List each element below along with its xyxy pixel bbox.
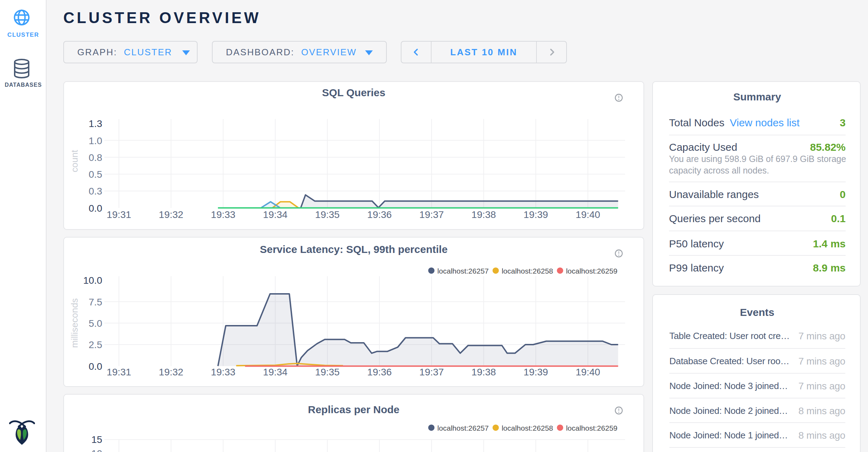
svg-text:0.0: 0.0: [88, 361, 102, 372]
svg-text:localhost:26259: localhost:26259: [566, 424, 617, 432]
svg-text:15: 15: [91, 434, 102, 445]
svg-text:10.0: 10.0: [83, 275, 102, 286]
svg-text:count: count: [69, 150, 80, 172]
svg-text:0.5: 0.5: [88, 169, 102, 180]
svg-text:Replicas per Node: Replicas per Node: [308, 404, 400, 415]
svg-text:19:40: 19:40: [576, 367, 600, 377]
svg-text:19:34: 19:34: [263, 367, 287, 377]
svg-text:SQL Queries: SQL Queries: [322, 87, 385, 98]
svg-text:19:38: 19:38: [471, 209, 496, 220]
svg-text:localhost:26257: localhost:26257: [437, 267, 489, 275]
svg-text:milliseconds: milliseconds: [69, 298, 80, 348]
svg-text:localhost:26259: localhost:26259: [566, 267, 617, 275]
svg-text:Service Latency: SQL, 99th per: Service Latency: SQL, 99th percentile: [260, 243, 448, 255]
svg-text:19:36: 19:36: [367, 367, 392, 377]
svg-text:19:34: 19:34: [263, 209, 287, 220]
svg-text:19:39: 19:39: [524, 367, 548, 377]
svg-text:19:32: 19:32: [159, 209, 183, 220]
svg-text:0.8: 0.8: [88, 152, 102, 163]
svg-text:19:31: 19:31: [107, 209, 131, 220]
svg-text:7.5: 7.5: [88, 297, 102, 308]
svg-text:19:35: 19:35: [315, 209, 340, 220]
svg-text:localhost:26258: localhost:26258: [501, 267, 553, 275]
svg-text:0.0: 0.0: [88, 203, 102, 214]
svg-text:1.3: 1.3: [88, 118, 102, 129]
svg-text:0.3: 0.3: [88, 186, 102, 197]
svg-text:5.0: 5.0: [88, 318, 102, 329]
svg-text:19:39: 19:39: [524, 209, 548, 220]
svg-text:19:40: 19:40: [576, 209, 600, 220]
svg-text:19:38: 19:38: [471, 367, 496, 377]
svg-text:19:32: 19:32: [159, 367, 183, 377]
svg-text:localhost:26257: localhost:26257: [437, 424, 489, 432]
svg-text:19:37: 19:37: [419, 209, 444, 220]
svg-text:1.0: 1.0: [88, 135, 102, 146]
svg-text:19:37: 19:37: [419, 367, 444, 377]
svg-text:19:33: 19:33: [211, 209, 235, 220]
svg-text:2.5: 2.5: [88, 340, 102, 351]
svg-text:localhost:26258: localhost:26258: [501, 424, 553, 432]
svg-text:10: 10: [91, 448, 102, 452]
svg-text:19:35: 19:35: [315, 367, 340, 377]
svg-text:19:36: 19:36: [367, 209, 392, 220]
svg-text:19:31: 19:31: [107, 367, 131, 377]
svg-text:19:33: 19:33: [211, 367, 235, 377]
